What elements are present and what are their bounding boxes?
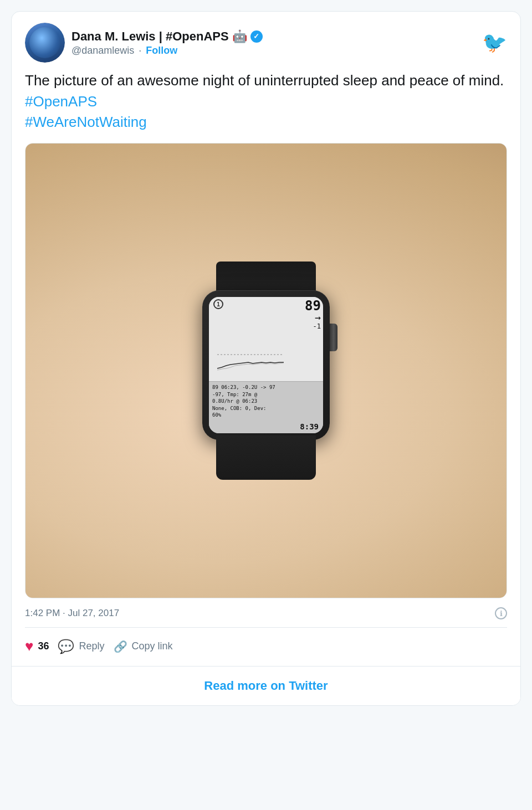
info-icon[interactable]: ℹ <box>495 607 507 619</box>
tweet-header: Dana M. Lewis | #OpenAPS 🤖 ✓ @danamlewis… <box>25 23 507 63</box>
watch-data-line4: None, COB: 0, Dev: <box>212 405 320 412</box>
like-count: 36 <box>38 640 49 652</box>
watch-scene: 1 <box>25 143 507 598</box>
watch-data-line5: 60% <box>212 412 320 419</box>
watch-data-line1: 89 06:23, -0.2U -> 97 <box>212 384 320 391</box>
tweet-card: Dana M. Lewis | #OpenAPS 🤖 ✓ @danamlewis… <box>11 11 521 706</box>
user-info: Dana M. Lewis | #OpenAPS 🤖 ✓ @danamlewis… <box>71 29 263 57</box>
hashtag-openaps[interactable]: #OpenAPS <box>25 93 97 110</box>
copy-link-action[interactable]: 🔗 Copy link <box>114 638 182 655</box>
watch-right-col: 89 → -1 <box>305 299 321 330</box>
tweet-body: The picture of an awesome night of unint… <box>25 70 507 133</box>
trend-arrow: → <box>315 312 321 322</box>
watch-graph-area: 1 <box>209 297 323 382</box>
like-action[interactable]: ♥ 36 <box>25 635 58 657</box>
watch-body: 1 <box>202 290 330 440</box>
tweet-image: 1 <box>25 143 507 598</box>
tweet-actions: ♥ 36 💬 Reply 🔗 Copy link <box>25 635 507 657</box>
copy-link-label: Copy link <box>132 640 173 652</box>
heart-icon: ♥ <box>25 638 33 655</box>
verified-icon: ✓ <box>250 30 263 43</box>
link-icon: 🔗 <box>114 640 127 653</box>
reply-label: Reply <box>79 640 104 652</box>
hashtag-wearenotwaiting[interactable]: #WeAreNotWaiting <box>25 114 147 130</box>
watch-band-bottom <box>216 435 316 480</box>
watch-data-line2: -97, Tmp: 27m @ <box>212 391 320 398</box>
reply-icon: 💬 <box>58 639 74 654</box>
user-handle: @danamlewis <box>71 45 134 57</box>
follow-button[interactable]: Follow <box>146 45 177 57</box>
separator-dot: · <box>139 45 141 57</box>
tweet-text-plain: The picture of an awesome night of unint… <box>25 72 504 89</box>
watch-screen: 1 <box>209 297 323 433</box>
watch-chart <box>211 349 290 377</box>
user-handle-row: @danamlewis · Follow <box>71 45 263 57</box>
read-more-button[interactable]: Read more on Twitter <box>12 666 520 705</box>
user-name-row: Dana M. Lewis | #OpenAPS 🤖 ✓ <box>71 29 263 44</box>
delta-value: -1 <box>313 322 321 330</box>
watch-side-button <box>330 324 337 351</box>
avatar <box>25 23 65 63</box>
bg-value: 89 <box>305 299 321 312</box>
watch-data-lines: 89 06:23, -0.2U -> 97 -97, Tmp: 27m @ 0.… <box>209 382 323 421</box>
tweet-header-left: Dana M. Lewis | #OpenAPS 🤖 ✓ @danamlewis… <box>25 23 263 63</box>
watch-circle-label: 1 <box>213 299 223 309</box>
tweet-timestamp: 1:42 PM · Jul 27, 2017 <box>25 608 119 619</box>
display-name: Dana M. Lewis | #OpenAPS <box>71 29 229 44</box>
reply-action[interactable]: 💬 Reply <box>58 637 113 657</box>
robot-emoji: 🤖 <box>232 29 247 44</box>
watch-time: 8:39 <box>209 421 323 433</box>
watch-band-top <box>216 262 316 295</box>
divider-line <box>25 627 507 628</box>
watch-data-line3: 0.8U/hr @ 06:23 <box>212 398 320 405</box>
twitter-logo-icon: 🐦 <box>482 31 507 54</box>
tweet-meta: 1:42 PM · Jul 27, 2017 ℹ <box>25 607 507 619</box>
